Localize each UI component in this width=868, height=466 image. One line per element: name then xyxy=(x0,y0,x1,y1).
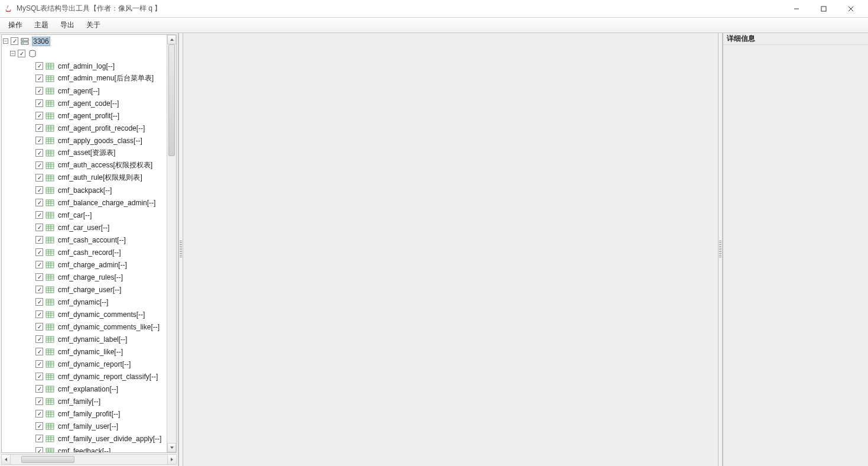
tree-table-23[interactable]: cmf_dynamic_like[--] xyxy=(2,345,167,358)
tree-table-21[interactable]: cmf_dynamic_comments_like[--] xyxy=(2,321,167,333)
checkbox[interactable] xyxy=(35,211,43,219)
expand-toggle[interactable]: − xyxy=(10,51,15,56)
checkbox[interactable] xyxy=(35,323,43,331)
tree-table-13[interactable]: cmf_car_user[--] xyxy=(2,221,167,234)
tree-table-10[interactable]: cmf_backpack[--] xyxy=(2,184,167,196)
tree-table-12[interactable]: cmf_car[--] xyxy=(2,209,167,221)
scroll-up-arrow[interactable] xyxy=(167,35,176,44)
checkbox[interactable] xyxy=(35,335,43,343)
tree-table-24[interactable]: cmf_dynamic_report[--] xyxy=(2,358,167,370)
tree-table-4[interactable]: cmf_agent_profit[--] xyxy=(2,109,167,122)
tree-root-server[interactable]: − 3306 xyxy=(2,35,167,47)
detail-panel-title: 详细信息 xyxy=(723,33,868,45)
maximize-button[interactable] xyxy=(810,0,837,18)
tree-table-26[interactable]: cmf_explanation[--] xyxy=(2,383,167,395)
toggle-spacer xyxy=(28,76,33,81)
splitter-right[interactable] xyxy=(718,33,723,466)
svg-point-7 xyxy=(22,43,24,44)
table-icon xyxy=(45,149,55,157)
checkbox[interactable] xyxy=(35,360,43,368)
tree-table-29[interactable]: cmf_family_user[--] xyxy=(2,420,167,432)
checkbox[interactable] xyxy=(35,62,43,70)
checkbox[interactable] xyxy=(35,224,43,231)
menu-operate[interactable]: 操作 xyxy=(4,19,27,31)
tree-table-16[interactable]: cmf_charge_admin[--] xyxy=(2,258,167,271)
scroll-left-arrow[interactable] xyxy=(1,454,11,465)
checkbox[interactable] xyxy=(35,310,43,318)
checkbox[interactable] xyxy=(35,410,43,418)
tree-table-3[interactable]: cmf_agent_code[--] xyxy=(2,97,167,109)
checkbox[interactable] xyxy=(35,385,43,393)
tree-database[interactable]: − xyxy=(2,47,167,60)
tree-table-31[interactable]: cmf_feedback[--] xyxy=(2,445,167,452)
vertical-scrollbar[interactable] xyxy=(167,35,176,452)
horizontal-scrollbar[interactable] xyxy=(1,454,177,465)
checkbox[interactable] xyxy=(11,37,18,45)
checkbox[interactable] xyxy=(35,112,43,119)
tree-table-20[interactable]: cmf_dynamic_comments[--] xyxy=(2,308,167,321)
checkbox[interactable] xyxy=(35,286,43,293)
checkbox[interactable] xyxy=(35,273,43,281)
tree-table-17[interactable]: cmf_charge_rules[--] xyxy=(2,271,167,283)
menu-theme[interactable]: 主题 xyxy=(30,19,53,31)
tree-table-14[interactable]: cmf_cash_account[--] xyxy=(2,234,167,246)
checkbox[interactable] xyxy=(35,373,43,380)
tree-table-19[interactable]: cmf_dynamic[--] xyxy=(2,296,167,308)
tree-table-6[interactable]: cmf_apply_goods_class[--] xyxy=(2,134,167,147)
tree-table-0[interactable]: cmf_admin_log[--] xyxy=(2,60,167,72)
close-button[interactable] xyxy=(837,0,864,18)
menu-about[interactable]: 关于 xyxy=(82,19,105,31)
checkbox[interactable] xyxy=(35,186,43,194)
checkbox[interactable] xyxy=(18,50,25,57)
window-controls xyxy=(783,0,864,18)
table-icon xyxy=(45,310,55,319)
table-icon xyxy=(45,248,55,257)
tree-table-11[interactable]: cmf_balance_charge_admin[--] xyxy=(2,196,167,209)
hscroll-thumb[interactable] xyxy=(21,456,74,463)
checkbox[interactable] xyxy=(35,248,43,256)
table-icon xyxy=(45,87,55,95)
splitter-left[interactable] xyxy=(178,33,183,466)
checkbox[interactable] xyxy=(35,447,43,452)
checkbox[interactable] xyxy=(35,435,43,442)
tree-table-8[interactable]: cmf_auth_access[权限授权表] xyxy=(2,159,167,171)
tree-table-28[interactable]: cmf_family_profit[--] xyxy=(2,407,167,420)
expand-toggle[interactable]: − xyxy=(3,38,8,44)
checkbox[interactable] xyxy=(35,149,43,157)
checkbox[interactable] xyxy=(35,124,43,132)
svg-rect-124 xyxy=(46,349,54,355)
checkbox[interactable] xyxy=(35,236,43,244)
checkbox[interactable] xyxy=(35,422,43,430)
tree-table-15[interactable]: cmf_cash_record[--] xyxy=(2,246,167,258)
tree-table-25[interactable]: cmf_dynamic_report_classify[--] xyxy=(2,370,167,383)
checkbox[interactable] xyxy=(35,87,43,95)
tree-table-7[interactable]: cmf_asset[资源表] xyxy=(2,147,167,159)
checkbox[interactable] xyxy=(35,397,43,405)
scroll-thumb[interactable] xyxy=(168,44,175,156)
checkbox[interactable] xyxy=(35,75,43,82)
tree-table-22[interactable]: cmf_dynamic_label[--] xyxy=(2,333,167,345)
scroll-down-arrow[interactable] xyxy=(167,443,176,452)
tree-table-2[interactable]: cmf_agent[--] xyxy=(2,85,167,97)
minimize-button[interactable] xyxy=(783,0,810,18)
checkbox[interactable] xyxy=(35,298,43,306)
tree[interactable]: − 3306− cmf_admin_log[--]cmf_admin_menu[… xyxy=(2,35,167,452)
tree-table-1[interactable]: cmf_admin_menu[后台菜单表] xyxy=(2,72,167,85)
tree-table-18[interactable]: cmf_charge_user[--] xyxy=(2,283,167,296)
checkbox[interactable] xyxy=(35,348,43,355)
hscroll-track[interactable] xyxy=(11,454,167,465)
checkbox[interactable] xyxy=(35,99,43,107)
checkbox[interactable] xyxy=(35,161,43,169)
tree-table-27[interactable]: cmf_family[--] xyxy=(2,395,167,407)
scroll-right-arrow[interactable] xyxy=(167,454,177,465)
tree-table-30[interactable]: cmf_family_user_divide_apply[--] xyxy=(2,432,167,445)
checkbox[interactable] xyxy=(35,137,43,144)
checkbox[interactable] xyxy=(35,174,43,182)
checkbox[interactable] xyxy=(35,261,43,268)
scroll-track[interactable] xyxy=(167,44,176,443)
checkbox[interactable] xyxy=(35,199,43,206)
tree-table-5[interactable]: cmf_agent_profit_recode[--] xyxy=(2,122,167,134)
svg-rect-144 xyxy=(46,399,54,404)
tree-table-9[interactable]: cmf_auth_rule[权限规则表] xyxy=(2,171,167,184)
menu-export[interactable]: 导出 xyxy=(56,19,79,31)
